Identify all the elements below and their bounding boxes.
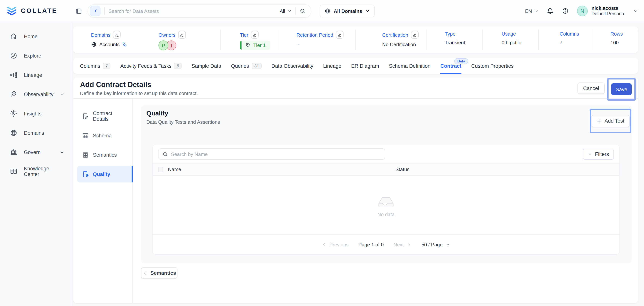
help-icon[interactable] — [562, 7, 569, 14]
quality-subtitle: Data Quality Tests and Assertions — [146, 119, 220, 125]
chevron-down-icon — [60, 150, 64, 154]
tab-sample-data[interactable]: Sample Data — [192, 58, 221, 74]
sidebar-item-knowledge-center[interactable]: Knowledge Center — [0, 163, 72, 180]
edit-domains-button[interactable] — [113, 31, 121, 39]
name-search-input[interactable] — [171, 151, 381, 157]
hierarchy-icon[interactable] — [122, 42, 127, 47]
owner-avatars: P T — [158, 40, 186, 50]
tab-queries[interactable]: Queries31 — [231, 58, 262, 74]
sidebar-item-domains[interactable]: Domains — [0, 124, 72, 142]
asset-metadata-bar: Domains Accounts Owners P T — [73, 26, 638, 53]
pencil-icon — [338, 33, 342, 37]
save-button[interactable]: Save — [611, 83, 632, 95]
quality-section: Quality Data Quality Tests and Assertion… — [141, 105, 632, 263]
cancel-button[interactable]: Cancel — [578, 83, 605, 94]
sidebar-item-insights[interactable]: Insights — [0, 105, 72, 122]
tab-er-diagram[interactable]: ER Diagram — [351, 58, 379, 74]
sidebar-item-label: Observability — [24, 91, 54, 97]
chevron-left-icon — [322, 242, 326, 247]
globe-icon — [91, 42, 97, 47]
type-value: Transient — [445, 40, 465, 45]
tab-activity-feeds[interactable]: Activity Feeds & Tasks5 — [120, 58, 182, 74]
previous-page-button[interactable]: Previous — [322, 242, 349, 247]
ai-sparkle-icon[interactable] — [90, 6, 100, 16]
pencil-icon — [412, 33, 417, 37]
tab-count: 5 — [174, 63, 182, 69]
select-all-checkbox[interactable] — [158, 167, 164, 172]
global-search-bar[interactable]: All — [88, 4, 311, 18]
tab-label: Data Observability — [272, 63, 313, 69]
sidebar-item-home[interactable]: Home — [0, 28, 72, 45]
sidebar-item-lineage[interactable]: Lineage — [0, 66, 72, 84]
language-dropdown[interactable]: EN — [525, 8, 538, 14]
edit-tier-button[interactable] — [251, 31, 258, 39]
search-scope-dropdown[interactable]: All — [280, 8, 292, 14]
previous-label: Previous — [330, 242, 349, 247]
tier-badge: Tier 1 — [240, 40, 270, 50]
navbar-right: EN N nick.acosta Default Persona — [525, 5, 638, 17]
tab-data-observability[interactable]: Data Observability — [272, 58, 313, 74]
edit-owners-button[interactable] — [178, 31, 186, 39]
collate-logo-icon — [6, 5, 18, 17]
next-page-button[interactable]: Next — [394, 242, 412, 247]
name-search-box[interactable] — [158, 148, 385, 160]
chevron-down-icon — [633, 8, 638, 13]
filters-button[interactable]: Filters — [583, 149, 614, 159]
sidebar-item-explore[interactable]: Explore — [0, 47, 72, 64]
contract-body: Contract Details Schema Semantics Qualit… — [73, 99, 638, 303]
contract-panel: Add Contract Details Define the key info… — [73, 78, 638, 303]
owner-avatar[interactable]: P — [158, 40, 168, 50]
meta-rows: Rows 100 — [610, 31, 623, 45]
domains-value[interactable]: Accounts — [91, 42, 127, 47]
tab-lineage[interactable]: Lineage — [323, 58, 341, 74]
search-icon — [162, 151, 168, 157]
empty-text: No data — [377, 211, 394, 217]
divider — [220, 29, 221, 50]
tab-schema-definition[interactable]: Schema Definition — [389, 58, 430, 74]
meta-type: Type Transient — [445, 31, 465, 45]
search-icon[interactable] — [300, 8, 306, 14]
chevron-down-icon — [365, 9, 370, 13]
tier-label: Tier — [240, 32, 248, 38]
divider — [482, 29, 483, 50]
global-search-input[interactable] — [108, 8, 280, 14]
all-domains-dropdown[interactable]: All Domains — [320, 4, 374, 17]
language-value: EN — [525, 8, 532, 14]
tab-custom-properties[interactable]: Custom Properties — [471, 58, 514, 74]
user-menu[interactable]: N nick.acosta Default Persona — [577, 5, 638, 17]
user-avatar: N — [577, 6, 588, 16]
tab-columns[interactable]: Columns7 — [80, 58, 110, 74]
back-to-semantics-button[interactable]: Semantics — [141, 267, 178, 279]
contract-steps-nav: Contract Details Schema Semantics Qualit… — [73, 99, 133, 303]
tab-count: 7 — [103, 63, 110, 69]
add-test-label: Add Test — [604, 118, 624, 124]
step-schema[interactable]: Schema — [77, 127, 132, 144]
app-window: COLLATE All All Domains — [0, 0, 644, 306]
document-edit-icon — [82, 113, 89, 120]
sidebar-toggle-icon[interactable] — [75, 7, 82, 14]
step-contract-details[interactable]: Contract Details — [77, 108, 132, 125]
quality-pane: Quality Data Quality Tests and Assertion… — [133, 99, 638, 303]
sidebar-item-observability[interactable]: Observability — [0, 86, 72, 103]
add-test-button[interactable]: Add Test — [591, 115, 630, 127]
sidebar-item-govern[interactable]: Govern — [0, 144, 72, 161]
left-sidebar: Home Explore Lineage Observability Insig… — [0, 22, 72, 306]
notifications-bell-icon[interactable] — [547, 7, 554, 14]
tests-table-card: Filters Name Status — [152, 145, 620, 255]
columns-value: 7 — [560, 40, 562, 45]
back-button-label: Semantics — [150, 270, 176, 276]
tab-label: Columns — [80, 63, 100, 69]
plus-icon — [596, 118, 602, 124]
divider — [592, 29, 593, 50]
step-quality[interactable]: Quality — [77, 166, 133, 182]
collate-logo[interactable]: COLLATE — [6, 5, 70, 17]
edit-certification-button[interactable] — [411, 31, 418, 39]
sidebar-item-label: Insights — [24, 111, 42, 116]
edit-retention-button[interactable] — [336, 31, 344, 39]
tier-value: Tier 1 — [253, 42, 266, 48]
save-highlight-box: Save — [607, 78, 636, 101]
usage-value: 0th pctile — [502, 40, 521, 45]
page-size-dropdown[interactable]: 50 / Page — [422, 242, 450, 247]
tab-contract[interactable]: ContractBeta — [440, 58, 462, 74]
step-semantics[interactable]: Semantics — [77, 147, 132, 163]
